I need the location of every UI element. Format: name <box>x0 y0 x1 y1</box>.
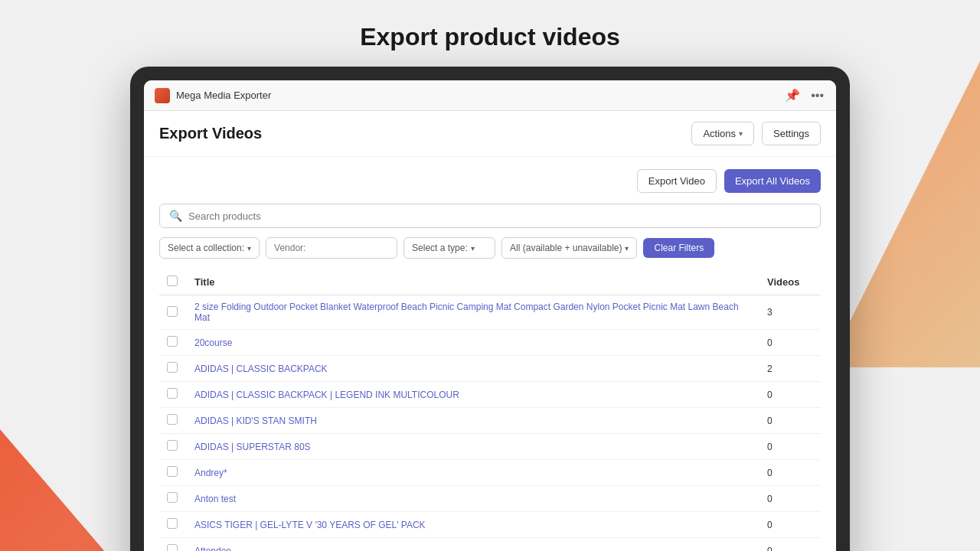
row-checkbox-cell <box>159 356 187 382</box>
row-videos-cell: 0 <box>760 460 821 486</box>
actions-button[interactable]: Actions ▾ <box>691 122 754 145</box>
more-button[interactable]: ••• <box>809 87 825 104</box>
row-videos-cell: 3 <box>760 295 821 330</box>
row-title-cell: Attendee <box>187 538 760 552</box>
product-link[interactable]: 2 size Folding Outdoor Pocket Blanket Wa… <box>194 302 739 323</box>
export-video-button[interactable]: Export Video <box>637 169 717 193</box>
top-bar: Mega Media Exporter 📌 ••• <box>144 80 836 111</box>
row-checkbox[interactable] <box>167 492 178 503</box>
actions-chevron-icon: ▾ <box>739 129 743 138</box>
table-body: 2 size Folding Outdoor Pocket Blanket Wa… <box>159 295 821 552</box>
row-title-cell: 2 size Folding Outdoor Pocket Blanket Wa… <box>187 295 760 330</box>
row-title-cell: Andrey* <box>187 460 760 486</box>
search-input[interactable] <box>188 210 811 222</box>
pin-button[interactable]: 📌 <box>783 86 802 104</box>
clear-filters-button[interactable]: Clear Filters <box>643 238 714 258</box>
table-row: ADIDAS | CLASSIC BACKPACK 2 <box>159 356 821 382</box>
app-name-label: Mega Media Exporter <box>176 90 777 101</box>
product-link[interactable]: ASICS TIGER | GEL-LYTE V '30 YEARS OF GE… <box>194 520 426 530</box>
row-videos-cell: 0 <box>760 486 821 512</box>
bg-decoration-right <box>827 61 980 367</box>
collection-filter[interactable]: Select a collection: ▾ <box>159 237 260 259</box>
row-checkbox[interactable] <box>167 388 178 399</box>
bg-decoration-left <box>0 360 138 551</box>
row-checkbox[interactable] <box>167 336 178 347</box>
search-icon: 🔍 <box>169 210 182 222</box>
table-row: ADIDAS | SUPERSTAR 80S 0 <box>159 434 821 460</box>
product-table: Title Videos 2 size Folding Outdoor Pock… <box>159 269 821 551</box>
row-checkbox-cell <box>159 460 187 486</box>
row-videos-cell: 0 <box>760 330 821 356</box>
row-checkbox[interactable] <box>167 518 178 529</box>
title-column-header: Title <box>187 269 760 295</box>
tablet-screen: Mega Media Exporter 📌 ••• Export Videos … <box>144 80 836 551</box>
row-checkbox-cell <box>159 486 187 512</box>
collection-chevron-icon: ▾ <box>247 244 251 253</box>
row-title-cell: 20course <box>187 330 760 356</box>
filters-row: Select a collection: ▾ Select a type: ▾ … <box>159 237 821 259</box>
row-checkbox-cell <box>159 512 187 538</box>
row-checkbox[interactable] <box>167 306 178 317</box>
availability-chevron-icon: ▾ <box>625 244 629 253</box>
table-row: ADIDAS | CLASSIC BACKPACK | LEGEND INK M… <box>159 382 821 408</box>
type-filter-label: Select a type: <box>412 243 468 253</box>
row-videos-cell: 2 <box>760 356 821 382</box>
row-title-cell: ADIDAS | CLASSIC BACKPACK | LEGEND INK M… <box>187 382 760 408</box>
table-row: Anton test 0 <box>159 486 821 512</box>
row-title-cell: Anton test <box>187 486 760 512</box>
row-title-cell: ADIDAS | KID'S STAN SMITH <box>187 408 760 434</box>
row-checkbox-cell <box>159 408 187 434</box>
row-checkbox-cell <box>159 330 187 356</box>
row-title-cell: ADIDAS | CLASSIC BACKPACK <box>187 356 760 382</box>
export-buttons-row: Export Video Export All Videos <box>159 169 821 193</box>
row-checkbox[interactable] <box>167 544 178 551</box>
row-title-cell: ASICS TIGER | GEL-LYTE V '30 YEARS OF GE… <box>187 512 760 538</box>
table-row: Attendee 0 <box>159 538 821 552</box>
tablet-frame: Mega Media Exporter 📌 ••• Export Videos … <box>130 67 850 551</box>
row-title-cell: ADIDAS | SUPERSTAR 80S <box>187 434 760 460</box>
row-checkbox[interactable] <box>167 362 178 373</box>
row-videos-cell: 0 <box>760 434 821 460</box>
type-filter[interactable]: Select a type: ▾ <box>403 237 495 259</box>
availability-filter[interactable]: All (available + unavailable) ▾ <box>501 237 637 259</box>
row-videos-cell: 0 <box>760 408 821 434</box>
row-checkbox[interactable] <box>167 414 178 425</box>
header-title: Export Videos <box>159 125 262 142</box>
select-all-header <box>159 269 187 295</box>
search-bar: 🔍 <box>159 204 821 228</box>
row-videos-cell: 0 <box>760 538 821 552</box>
settings-button[interactable]: Settings <box>762 122 821 145</box>
row-checkbox[interactable] <box>167 440 178 451</box>
collection-filter-label: Select a collection: <box>168 243 244 253</box>
row-videos-cell: 0 <box>760 382 821 408</box>
table-row: 2 size Folding Outdoor Pocket Blanket Wa… <box>159 295 821 330</box>
product-link[interactable]: Andrey* <box>194 468 227 478</box>
row-videos-cell: 0 <box>760 512 821 538</box>
main-content: Export Video Export All Videos 🔍 Select … <box>144 157 836 551</box>
table-row: ADIDAS | KID'S STAN SMITH 0 <box>159 408 821 434</box>
product-link[interactable]: 20course <box>194 337 232 348</box>
vendor-filter[interactable] <box>266 237 397 259</box>
product-link[interactable]: Anton test <box>194 494 236 504</box>
actions-label: Actions <box>703 128 736 139</box>
row-checkbox[interactable] <box>167 466 178 477</box>
product-link[interactable]: ADIDAS | KID'S STAN SMITH <box>194 416 317 426</box>
select-all-checkbox[interactable] <box>167 276 178 286</box>
row-checkbox-cell <box>159 538 187 552</box>
product-link[interactable]: Attendee <box>194 546 231 552</box>
table-row: Andrey* 0 <box>159 460 821 486</box>
product-link[interactable]: ADIDAS | SUPERSTAR 80S <box>194 442 311 452</box>
page-header: Export Videos Actions ▾ Settings <box>144 111 836 157</box>
product-link[interactable]: ADIDAS | CLASSIC BACKPACK | LEGEND INK M… <box>194 390 459 400</box>
page-title: Export product videos <box>0 0 980 67</box>
table-row: ASICS TIGER | GEL-LYTE V '30 YEARS OF GE… <box>159 512 821 538</box>
table-row: 20course 0 <box>159 330 821 356</box>
export-all-videos-button[interactable]: Export All Videos <box>724 169 821 193</box>
type-chevron-icon: ▾ <box>471 244 475 253</box>
row-checkbox-cell <box>159 295 187 330</box>
product-link[interactable]: ADIDAS | CLASSIC BACKPACK <box>194 364 328 374</box>
videos-column-header: Videos <box>760 269 821 295</box>
row-checkbox-cell <box>159 382 187 408</box>
app-icon <box>155 88 170 103</box>
row-checkbox-cell <box>159 434 187 460</box>
